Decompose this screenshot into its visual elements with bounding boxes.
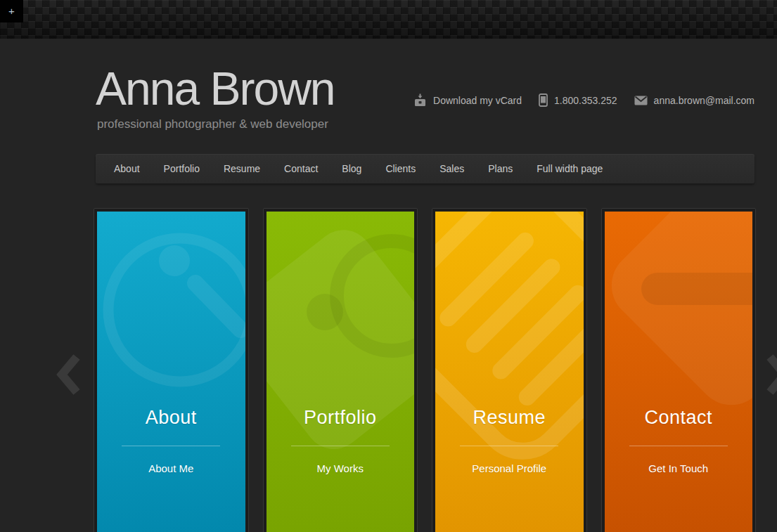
card-title: Resume xyxy=(435,407,584,429)
card-title: Portfolio xyxy=(267,407,415,429)
card-subtitle: Personal Profile xyxy=(435,462,584,474)
nav-item-resume[interactable]: Resume xyxy=(212,154,272,183)
email-link[interactable]: anna.brown@mail.com xyxy=(634,95,754,106)
card-frame: Portfolio My Works xyxy=(263,208,418,532)
card-divider xyxy=(291,446,390,446)
card-frame: Resume Personal Profile xyxy=(432,208,587,532)
card-title: Contact xyxy=(605,407,753,429)
card-contact[interactable]: Contact Get In Touch xyxy=(605,212,753,532)
vcard-download-icon xyxy=(413,93,427,107)
nav-item-blog[interactable]: Blog xyxy=(330,154,373,183)
contact-links: Download my vCard 1.800.353.252 anna.bro… xyxy=(413,93,754,107)
chevron-right-icon xyxy=(765,386,777,398)
card-divider xyxy=(629,446,728,446)
nav-item-about[interactable]: About xyxy=(102,154,152,183)
card-portfolio[interactable]: Portfolio My Works xyxy=(267,212,415,532)
card-frame: About About Me xyxy=(94,208,249,532)
nav-item-sales[interactable]: Sales xyxy=(428,154,476,183)
card-frame: Contact Get In Touch xyxy=(601,208,757,532)
nav-item-full-width-page[interactable]: Full width page xyxy=(525,154,615,183)
phone-link[interactable]: 1.800.353.252 xyxy=(539,93,617,107)
phone-icon xyxy=(539,93,548,107)
corner-plus-button[interactable]: + xyxy=(0,0,23,22)
page-title: Anna Brown xyxy=(96,62,335,115)
card-resume[interactable]: Resume Personal Profile xyxy=(435,212,584,532)
card-divider xyxy=(122,446,220,446)
card-title: About xyxy=(97,407,245,429)
mail-icon xyxy=(634,96,648,105)
phone-number: 1.800.353.252 xyxy=(554,95,617,106)
page-container: Anna Brown professional photographer & w… xyxy=(96,0,754,532)
card-text: Resume Personal Profile xyxy=(435,407,584,474)
download-vcard-label: Download my vCard xyxy=(433,95,522,106)
card-divider xyxy=(460,446,558,446)
main-nav: About Portfolio Resume Contact Blog Clie… xyxy=(96,154,754,183)
nav-item-plans[interactable]: Plans xyxy=(476,154,525,183)
email-address: anna.brown@mail.com xyxy=(654,95,754,106)
card-text: Contact Get In Touch xyxy=(605,407,753,474)
card-carousel: About About Me Portfolio My Works xyxy=(94,208,756,532)
card-text: About About Me xyxy=(97,407,245,474)
card-subtitle: Get In Touch xyxy=(605,462,753,474)
card-about[interactable]: About About Me xyxy=(97,212,245,532)
carousel-prev-button[interactable] xyxy=(56,353,82,398)
nav-item-clients[interactable]: Clients xyxy=(373,154,428,183)
download-vcard-link[interactable]: Download my vCard xyxy=(413,93,522,107)
site-tagline: professional photographer & web develope… xyxy=(97,117,328,131)
card-text: Portfolio My Works xyxy=(267,407,415,474)
card-subtitle: About Me xyxy=(97,462,245,474)
nav-item-contact[interactable]: Contact xyxy=(272,154,330,183)
chevron-left-icon xyxy=(56,386,82,398)
card-subtitle: My Works xyxy=(267,462,415,474)
carousel-next-button[interactable] xyxy=(765,353,777,398)
nav-item-portfolio[interactable]: Portfolio xyxy=(152,154,212,183)
